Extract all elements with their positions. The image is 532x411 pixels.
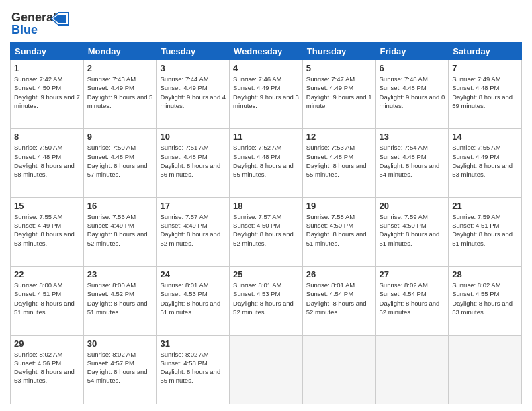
calendar-cell: 6 Sunrise: 7:48 AM Sunset: 4:48 PM Dayli…: [375, 60, 449, 129]
sunset-label: Sunset: 4:48 PM: [160, 153, 207, 161]
sunrise-label: Sunrise: 7:50 AM: [87, 144, 136, 151]
calendar-cell: 13 Sunrise: 7:54 AM Sunset: 4:48 PM Dayl…: [375, 129, 449, 197]
day-number: 3: [160, 63, 226, 73]
day-info: Sunrise: 7:46 AM Sunset: 4:49 PM Dayligh…: [233, 75, 299, 110]
calendar-cell: [302, 335, 375, 404]
day-number: 17: [160, 201, 226, 211]
sunrise-label: Sunrise: 7:55 AM: [452, 144, 500, 151]
sunset-label: Sunset: 4:50 PM: [14, 84, 61, 91]
day-info: Sunrise: 8:00 AM Sunset: 4:52 PM Dayligh…: [87, 281, 153, 316]
calendar-cell: 15 Sunrise: 7:55 AM Sunset: 4:49 PM Dayl…: [11, 197, 84, 266]
calendar-cell: [230, 335, 303, 404]
day-info: Sunrise: 7:44 AM Sunset: 4:49 PM Dayligh…: [160, 75, 226, 110]
day-info: Sunrise: 7:52 AM Sunset: 4:48 PM Dayligh…: [233, 143, 299, 179]
sunrise-label: Sunrise: 7:44 AM: [160, 75, 208, 83]
sunset-label: Sunset: 4:49 PM: [160, 84, 207, 91]
day-number: 21: [452, 201, 518, 211]
sunset-label: Sunset: 4:50 PM: [233, 222, 280, 229]
calendar-cell: 31 Sunrise: 8:02 AM Sunset: 4:58 PM Dayl…: [157, 335, 230, 404]
sunrise-label: Sunrise: 7:54 AM: [380, 144, 428, 151]
sunrise-label: Sunrise: 8:02 AM: [160, 351, 208, 358]
day-number: 24: [160, 269, 226, 279]
calendar-cell: 12 Sunrise: 7:53 AM Sunset: 4:48 PM Dayl…: [302, 129, 375, 197]
daylight-label: Daylight: 8 hours and 53 minutes.: [14, 368, 75, 384]
svg-text:General: General: [11, 11, 56, 24]
calendar-cell: 21 Sunrise: 7:59 AM Sunset: 4:51 PM Dayl…: [449, 197, 522, 266]
daylight-label: Daylight: 8 hours and 52 minutes.: [306, 300, 367, 316]
svg-text:Blue: Blue: [11, 23, 38, 36]
logo-icon: General Blue: [10, 7, 71, 37]
calendar-cell: 1 Sunrise: 7:42 AM Sunset: 4:50 PM Dayli…: [11, 60, 84, 129]
sunrise-label: Sunrise: 7:49 AM: [452, 75, 500, 83]
calendar-cell: 10 Sunrise: 7:51 AM Sunset: 4:48 PM Dayl…: [157, 129, 230, 197]
day-info: Sunrise: 7:59 AM Sunset: 4:50 PM Dayligh…: [380, 212, 445, 248]
day-info: Sunrise: 7:49 AM Sunset: 4:48 PM Dayligh…: [452, 75, 518, 110]
day-number: 10: [160, 132, 226, 142]
sunset-label: Sunset: 4:49 PM: [87, 222, 134, 229]
sunset-label: Sunset: 4:50 PM: [380, 222, 427, 229]
daylight-label: Daylight: 8 hours and 52 minutes.: [233, 300, 294, 316]
day-number: 7: [452, 63, 518, 73]
day-number: 26: [306, 269, 372, 279]
calendar-week-1: 1 Sunrise: 7:42 AM Sunset: 4:50 PM Dayli…: [11, 60, 522, 129]
page: General Blue SundayMondayTuesdayWednesda…: [0, 0, 532, 411]
calendar-cell: 27 Sunrise: 8:02 AM Sunset: 4:54 PM Dayl…: [375, 267, 449, 335]
sunset-label: Sunset: 4:49 PM: [233, 84, 280, 91]
sunrise-label: Sunrise: 8:00 AM: [87, 281, 136, 289]
day-number: 30: [87, 338, 153, 349]
calendar-cell: [449, 335, 522, 404]
sunset-label: Sunset: 4:50 PM: [306, 222, 353, 229]
weekday-header-thursday: Thursday: [302, 43, 375, 60]
daylight-label: Daylight: 8 hours and 59 minutes.: [452, 93, 513, 109]
day-info: Sunrise: 8:01 AM Sunset: 4:54 PM Dayligh…: [306, 281, 372, 316]
daylight-label: Daylight: 8 hours and 52 minutes.: [87, 230, 148, 246]
daylight-label: Daylight: 8 hours and 51 minutes.: [380, 230, 440, 246]
sunrise-label: Sunrise: 7:52 AM: [233, 144, 281, 151]
sunset-label: Sunset: 4:48 PM: [306, 153, 353, 161]
calendar-cell: 18 Sunrise: 7:57 AM Sunset: 4:50 PM Dayl…: [230, 197, 303, 266]
day-number: 14: [452, 132, 518, 142]
sunset-label: Sunset: 4:48 PM: [14, 153, 61, 161]
sunset-label: Sunset: 4:48 PM: [233, 153, 280, 161]
sunrise-label: Sunrise: 7:43 AM: [87, 75, 136, 83]
day-number: 5: [306, 63, 372, 73]
calendar-cell: 23 Sunrise: 8:00 AM Sunset: 4:52 PM Dayl…: [83, 267, 157, 335]
sunrise-label: Sunrise: 7:58 AM: [306, 213, 355, 220]
calendar-cell: 24 Sunrise: 8:01 AM Sunset: 4:53 PM Dayl…: [157, 267, 230, 335]
sunrise-label: Sunrise: 7:59 AM: [380, 213, 428, 220]
daylight-label: Daylight: 9 hours and 4 minutes.: [160, 93, 226, 109]
calendar-week-3: 15 Sunrise: 7:55 AM Sunset: 4:49 PM Dayl…: [11, 197, 522, 266]
calendar-week-2: 8 Sunrise: 7:50 AM Sunset: 4:48 PM Dayli…: [11, 129, 522, 197]
day-number: 11: [233, 132, 299, 142]
day-number: 22: [14, 269, 80, 279]
sunset-label: Sunset: 4:48 PM: [87, 153, 134, 161]
day-info: Sunrise: 7:58 AM Sunset: 4:50 PM Dayligh…: [306, 212, 372, 248]
sunset-label: Sunset: 4:54 PM: [380, 290, 427, 298]
calendar-week-4: 22 Sunrise: 8:00 AM Sunset: 4:51 PM Dayl…: [11, 267, 522, 335]
day-number: 8: [14, 132, 80, 142]
day-info: Sunrise: 7:59 AM Sunset: 4:51 PM Dayligh…: [452, 212, 518, 248]
day-number: 12: [306, 132, 372, 142]
calendar-cell: 28 Sunrise: 8:02 AM Sunset: 4:55 PM Dayl…: [449, 267, 522, 335]
calendar-cell: 2 Sunrise: 7:43 AM Sunset: 4:49 PM Dayli…: [83, 60, 157, 129]
sunset-label: Sunset: 4:56 PM: [14, 359, 61, 367]
sunset-label: Sunset: 4:49 PM: [306, 84, 353, 91]
daylight-label: Daylight: 9 hours and 1 minute.: [306, 93, 372, 109]
day-number: 28: [452, 269, 518, 279]
day-info: Sunrise: 7:47 AM Sunset: 4:49 PM Dayligh…: [306, 75, 372, 110]
sunset-label: Sunset: 4:57 PM: [87, 359, 134, 367]
sunset-label: Sunset: 4:49 PM: [452, 153, 499, 161]
daylight-label: Daylight: 8 hours and 53 minutes.: [14, 230, 75, 246]
sunrise-label: Sunrise: 7:42 AM: [14, 75, 62, 83]
daylight-label: Daylight: 8 hours and 55 minutes.: [233, 162, 294, 178]
daylight-label: Daylight: 8 hours and 54 minutes.: [87, 368, 148, 384]
daylight-label: Daylight: 8 hours and 53 minutes.: [452, 162, 513, 178]
daylight-label: Daylight: 9 hours and 5 minutes.: [87, 93, 153, 109]
daylight-label: Daylight: 8 hours and 52 minutes.: [380, 300, 440, 316]
day-number: 9: [87, 132, 153, 142]
calendar-cell: 25 Sunrise: 8:01 AM Sunset: 4:53 PM Dayl…: [230, 267, 303, 335]
sunrise-label: Sunrise: 7:53 AM: [306, 144, 355, 151]
sunrise-label: Sunrise: 8:02 AM: [87, 351, 136, 358]
logo: General Blue: [10, 7, 71, 37]
day-number: 19: [306, 201, 372, 211]
